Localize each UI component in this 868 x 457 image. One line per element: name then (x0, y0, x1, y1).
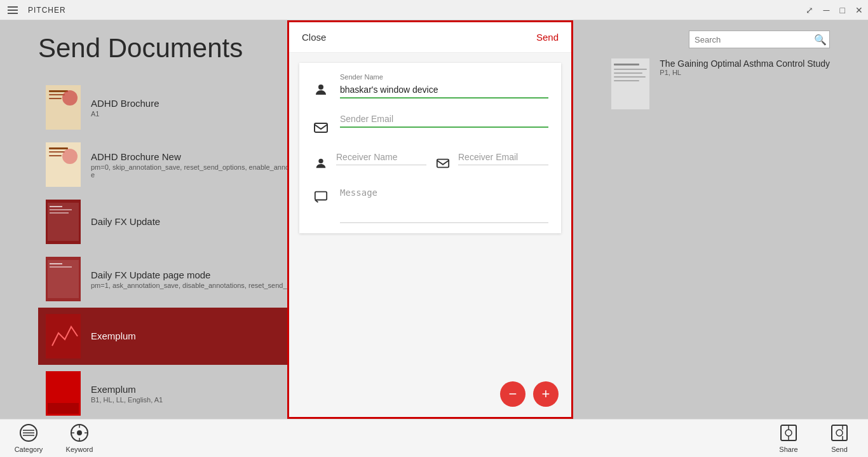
doc-name: Exemplum (91, 384, 316, 395)
right-doc-meta: P1, HL (660, 69, 830, 76)
keyword-icon (71, 424, 88, 444)
message-input[interactable] (340, 185, 548, 223)
doc-name: ADHD Brochure New (91, 151, 316, 162)
doc-name: Daily FX Update (91, 216, 316, 227)
sender-email-field (312, 111, 548, 137)
category-icon (20, 424, 37, 444)
person-icon (312, 81, 330, 99)
titlebar: PITCHER ⤢ ─ □ ✕ (0, 0, 868, 20)
svg-point-36 (318, 159, 323, 163)
svg-point-4 (62, 90, 78, 106)
doc-meta: pm=1, ask_annotation_save, disable_annot… (91, 282, 316, 289)
share-button[interactable]: Share (773, 424, 804, 453)
doc-name: Daily FX Update page mode (91, 269, 316, 280)
svg-rect-12 (50, 206, 62, 207)
svg-rect-38 (315, 192, 327, 200)
remove-recipient-button[interactable]: − (500, 381, 526, 407)
share-label: Share (779, 446, 797, 453)
form-card: Sender Name (299, 63, 561, 233)
category-button[interactable]: Category (13, 424, 44, 453)
svg-rect-1 (49, 90, 68, 92)
titlebar-left: PITCHER (5, 4, 66, 17)
svg-rect-3 (49, 98, 62, 99)
receiver-name-input[interactable] (336, 149, 426, 165)
svg-rect-33 (614, 80, 639, 81)
app-title: PITCHER (28, 6, 66, 15)
svg-point-55 (836, 430, 843, 436)
svg-rect-54 (832, 425, 847, 440)
receiver-name-group (312, 149, 426, 172)
receiver-person-icon (312, 154, 330, 172)
modal-send-button[interactable]: Send (536, 32, 559, 43)
bottombar: Category Keyword Share Send (0, 419, 868, 457)
svg-rect-16 (48, 260, 79, 298)
svg-rect-11 (48, 203, 79, 241)
svg-rect-6 (49, 147, 68, 149)
doc-info: Exemplum B1, HL, LL, English, A1 (91, 384, 316, 404)
send-icon (831, 424, 848, 444)
keyword-label: Keyword (66, 446, 93, 453)
svg-rect-31 (614, 72, 642, 74)
right-doc-thumbnail (611, 58, 649, 109)
receiver-email-group (434, 149, 548, 172)
right-document: The Gaining Optimal Asthma Control Study… (611, 58, 830, 109)
svg-rect-13 (50, 209, 72, 210)
bottombar-right: Share Send (773, 424, 855, 453)
bottombar-left: Category Keyword (13, 424, 95, 453)
svg-rect-2 (49, 94, 65, 95)
search-input[interactable] (689, 35, 811, 44)
doc-meta: B1, HL, LL, English, A1 (91, 396, 316, 404)
doc-item-adhd-brochure[interactable]: ADHD Brochure A1 (38, 79, 324, 136)
sender-email-content (340, 111, 548, 128)
right-doc-info: The Gaining Optimal Asthma Control Study… (660, 58, 830, 76)
doc-info: ADHD Brochure A1 (91, 98, 316, 118)
doc-meta: A1 (91, 110, 316, 118)
modal-close-button[interactable]: Close (302, 32, 326, 43)
message-field (312, 185, 548, 223)
doc-item-exemplum2[interactable]: Exemplum B1, HL, LL, English, A1 (38, 365, 324, 422)
keyword-button[interactable]: Keyword (64, 424, 95, 453)
send-bottom-button[interactable]: Send (824, 424, 855, 453)
close-window-button[interactable]: ✕ (855, 6, 863, 15)
svg-point-9 (62, 149, 78, 164)
doc-info: Daily FX Update page mode pm=1, ask_anno… (91, 269, 316, 289)
receiver-name-content (336, 149, 426, 165)
sender-name-label: Sender Name (340, 73, 548, 81)
doc-name: ADHD Brochure (91, 98, 316, 109)
modal-footer: − + (289, 371, 571, 417)
window-controls: ⤢ ─ □ ✕ (806, 6, 863, 15)
modal-header: Close Send (289, 22, 571, 53)
doc-item-daily-fx-page[interactable]: Daily FX Update page mode pm=1, ask_anno… (38, 250, 324, 308)
minimize-button[interactable]: ─ (824, 6, 830, 15)
doc-thumbnail (46, 314, 81, 358)
document-list: ADHD Brochure A1 ADHD Brochure New pm=0,… (38, 79, 324, 457)
main-content: 🔍 Send Documents ADHD Brochure A1 ADHD B… (0, 20, 868, 419)
receiver-row (312, 149, 548, 172)
modal-body: Sender Name (289, 53, 571, 371)
send-modal: Close Send Sender Name (287, 20, 573, 419)
receiver-email-input[interactable] (458, 149, 548, 165)
doc-item-exemplum-active[interactable]: Exemplum (38, 308, 324, 365)
category-label: Category (15, 446, 43, 453)
svg-rect-30 (614, 69, 647, 70)
svg-point-34 (318, 85, 323, 90)
expand-button[interactable]: ⤢ (806, 6, 813, 15)
search-bar: 🔍 (689, 31, 830, 48)
menu-icon[interactable] (5, 4, 20, 17)
doc-thumbnail (46, 200, 81, 244)
svg-rect-28 (611, 58, 649, 109)
right-doc-name: The Gaining Optimal Asthma Control Study (660, 58, 830, 69)
sender-email-input[interactable] (340, 111, 548, 128)
sender-name-input[interactable] (340, 82, 548, 99)
svg-point-45 (77, 430, 82, 435)
maximize-button[interactable]: □ (840, 6, 845, 15)
search-icon[interactable]: 🔍 (811, 31, 829, 48)
email-icon (312, 119, 330, 137)
doc-item-adhd-brochure-new[interactable]: ADHD Brochure New pm=0, skip_annotation_… (38, 136, 324, 193)
doc-meta: pm=0, skip_annotation_save, reset_send_o… (91, 163, 316, 179)
add-recipient-button[interactable]: + (533, 381, 559, 407)
svg-rect-37 (437, 160, 449, 168)
svg-rect-35 (315, 123, 327, 132)
doc-item-daily-fx[interactable]: Daily FX Update (38, 193, 324, 250)
sender-name-content: Sender Name (340, 73, 548, 99)
